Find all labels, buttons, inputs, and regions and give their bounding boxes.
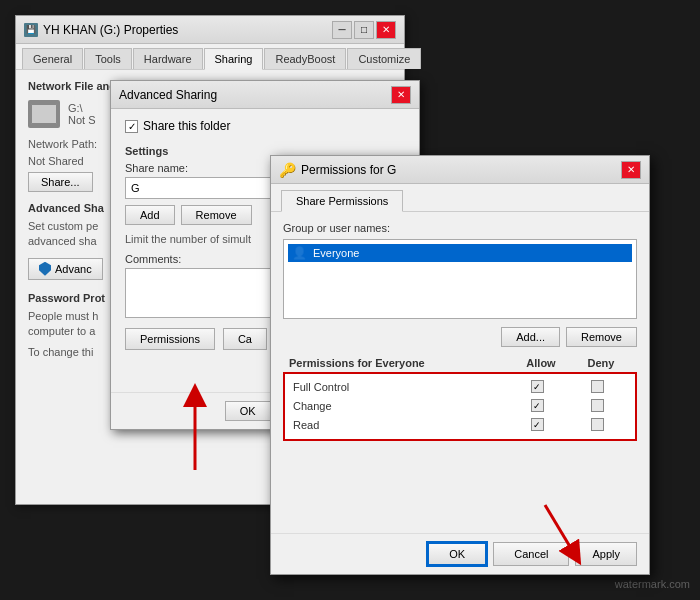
remove-button[interactable]: Remove xyxy=(181,205,252,225)
perm-deny-change xyxy=(567,399,627,412)
tab-customize[interactable]: Customize xyxy=(347,48,421,69)
adv-window-controls: ✕ xyxy=(391,86,411,104)
perm-col-name-header: Permissions for Everyone xyxy=(289,357,511,369)
user-name-everyone: Everyone xyxy=(313,247,359,259)
perm-title-bar: 🔑 Permissions for G ✕ xyxy=(271,156,649,184)
fullcontrol-deny-checkbox[interactable] xyxy=(591,380,604,393)
read-allow-checkbox[interactable] xyxy=(531,418,544,431)
group-label: Group or user names: xyxy=(283,222,637,234)
perm-deny-fullcontrol xyxy=(567,380,627,393)
permissions-button[interactable]: Permissions xyxy=(125,328,215,350)
perm-row-fullcontrol: Full Control xyxy=(289,378,631,395)
perm-deny-read xyxy=(567,418,627,431)
drive-details: G:\ Not S xyxy=(68,102,96,126)
perm-col-allow-header: Allow xyxy=(511,357,571,369)
share-permissions-tab[interactable]: Share Permissions xyxy=(281,190,403,212)
perm-remove-button[interactable]: Remove xyxy=(566,327,637,347)
share-folder-label: Share this folder xyxy=(143,119,230,133)
tab-tools[interactable]: Tools xyxy=(84,48,132,69)
shield-icon xyxy=(39,262,51,276)
minimize-button[interactable]: ─ xyxy=(332,21,352,39)
main-window-title: YH KHAN (G:) Properties xyxy=(43,23,178,37)
advanced-sharing-button[interactable]: Advanc xyxy=(28,258,103,280)
close-button[interactable]: ✕ xyxy=(376,21,396,39)
perm-tab-bar: Share Permissions xyxy=(271,184,649,212)
perm-ok-button[interactable]: OK xyxy=(427,542,487,566)
main-title-bar: 💾 YH KHAN (G:) Properties ─ □ ✕ xyxy=(16,16,404,44)
share-folder-checkbox[interactable] xyxy=(125,120,138,133)
perm-allow-change xyxy=(507,399,567,412)
perm-row-change: Change xyxy=(289,397,631,414)
maximize-button[interactable]: □ xyxy=(354,21,374,39)
perm-cancel-button[interactable]: Cancel xyxy=(493,542,569,566)
tab-hardware[interactable]: Hardware xyxy=(133,48,203,69)
perm-apply-button[interactable]: Apply xyxy=(575,542,637,566)
perm-dialog-title: Permissions for G xyxy=(301,163,396,177)
user-icon: 👤 xyxy=(292,246,307,260)
tab-readyboost[interactable]: ReadyBoost xyxy=(264,48,346,69)
share-this-folder-row: Share this folder xyxy=(125,119,405,133)
change-allow-checkbox[interactable] xyxy=(531,399,544,412)
title-bar-left: 💾 YH KHAN (G:) Properties xyxy=(24,23,178,37)
tab-bar: General Tools Hardware Sharing ReadyBoos… xyxy=(16,44,404,70)
perm-name-change: Change xyxy=(293,400,507,412)
adv-dialog-title: Advanced Sharing xyxy=(119,88,217,102)
user-list-box: 👤 Everyone xyxy=(283,239,637,319)
drive-name: G:\ xyxy=(68,102,96,114)
drive-status: Not S xyxy=(68,114,96,126)
perm-table-header: Permissions for Everyone Allow Deny xyxy=(283,357,637,369)
perm-col-deny-header: Deny xyxy=(571,357,631,369)
window-icon: 💾 xyxy=(24,23,38,37)
perm-content: Group or user names: 👤 Everyone Add... R… xyxy=(271,212,649,459)
adv-close-button[interactable]: ✕ xyxy=(391,86,411,104)
tab-general[interactable]: General xyxy=(22,48,83,69)
perm-window-controls: ✕ xyxy=(621,161,641,179)
cancel-adv-button[interactable]: Ca xyxy=(223,328,267,350)
share-button[interactable]: Share... xyxy=(28,172,93,192)
change-deny-checkbox[interactable] xyxy=(591,399,604,412)
perm-close-button[interactable]: ✕ xyxy=(621,161,641,179)
perm-name-read: Read xyxy=(293,419,507,431)
user-item-everyone[interactable]: 👤 Everyone xyxy=(288,244,632,262)
drive-icon xyxy=(28,100,60,128)
permissions-dialog: 🔑 Permissions for G ✕ Share Permissions … xyxy=(270,155,650,575)
tab-sharing[interactable]: Sharing xyxy=(204,48,264,70)
perm-title-icon: 🔑 xyxy=(279,162,296,178)
adv-title-bar: Advanced Sharing ✕ xyxy=(111,81,419,109)
perm-bottom-row: OK Cancel Apply xyxy=(271,533,649,574)
perm-name-fullcontrol: Full Control xyxy=(293,381,507,393)
add-button[interactable]: Add xyxy=(125,205,175,225)
read-deny-checkbox[interactable] xyxy=(591,418,604,431)
perm-add-button[interactable]: Add... xyxy=(501,327,560,347)
watermark: watermark.com xyxy=(615,578,690,590)
window-controls: ─ □ ✕ xyxy=(332,21,396,39)
perm-allow-fullcontrol xyxy=(507,380,567,393)
fullcontrol-allow-checkbox[interactable] xyxy=(531,380,544,393)
perm-actions: Add... Remove xyxy=(283,327,637,347)
perm-allow-read xyxy=(507,418,567,431)
adv-ok-button[interactable]: OK xyxy=(225,401,271,421)
perm-row-read: Read xyxy=(289,416,631,433)
drive-icon-inner xyxy=(31,104,57,124)
perm-title-left: 🔑 Permissions for G xyxy=(279,162,396,178)
permissions-table: Full Control Change Read xyxy=(283,372,637,441)
